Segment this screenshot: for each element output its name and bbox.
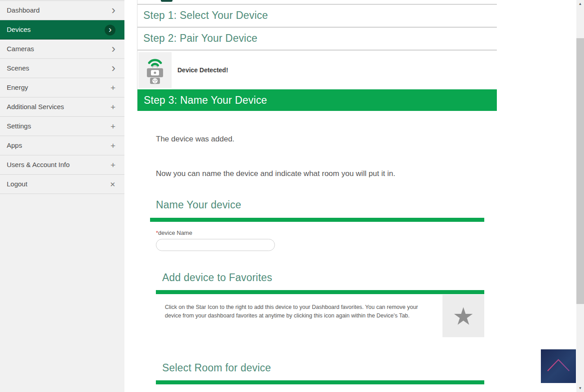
sidebar-item-users-account-info[interactable]: Users & Account Info + <box>0 155 124 175</box>
device-name-label: *device Name <box>156 229 497 236</box>
section-divider-bar <box>156 290 484 294</box>
wizard-steps-panel: Step 1: Select Your Device Step 2: Pair … <box>137 0 497 111</box>
clipped-text-fragment <box>161 0 173 2</box>
sidebar-item-additional-services[interactable]: Additional Services + <box>0 97 124 117</box>
sidebar-item-scenes[interactable]: Scenes › <box>0 59 124 78</box>
sidebar-item-label: Additional Services <box>7 103 64 110</box>
sidebar-item-logout[interactable]: Logout ✕ <box>0 175 124 194</box>
section-divider-bar <box>150 218 484 222</box>
chevron-right-icon: › <box>111 40 115 59</box>
room-section-title: Select Room for device <box>156 362 497 374</box>
sidebar-item-label: Devices <box>7 26 31 33</box>
plus-icon: + <box>111 97 115 117</box>
instruction-text: Now you can name the device and indicate… <box>156 169 497 178</box>
step1-header[interactable]: Step 1: Select Your Device <box>137 4 497 27</box>
sidebar-item-label: Energy <box>7 84 28 91</box>
clipped-heading-remnant <box>137 0 497 4</box>
favorites-description: Click on the Star Icon to the right to a… <box>156 294 428 337</box>
plus-icon: + <box>111 155 115 175</box>
name-section-title: Name Your device <box>156 199 497 211</box>
step2-header[interactable]: Step 2: Pair Your Device <box>137 27 497 50</box>
sidebar-nav: Dashboard › Devices › Cameras › Scenes ›… <box>0 0 124 194</box>
sidebar: Dashboard › Devices › Cameras › Scenes ›… <box>0 0 124 392</box>
sidebar-item-devices[interactable]: Devices › <box>0 20 124 40</box>
favorites-section-title: Add device to Favorites <box>156 272 497 284</box>
sidebar-item-label: Settings <box>7 122 31 130</box>
sidebar-item-energy[interactable]: Energy + <box>0 78 124 97</box>
sidebar-item-dashboard[interactable]: Dashboard › <box>0 1 124 20</box>
step3-header[interactable]: Step 3: Name Your Device <box>137 89 497 111</box>
chevron-right-circle-icon: › <box>105 20 115 40</box>
favorite-toggle-button[interactable]: ★ <box>442 295 484 337</box>
scrollbar-thumb[interactable] <box>576 38 584 304</box>
sidebar-item-label: Logout <box>7 180 27 188</box>
sidebar-item-cameras[interactable]: Cameras › <box>0 40 124 59</box>
close-icon: ✕ <box>110 175 115 194</box>
sidebar-item-label: Dashboard <box>7 6 40 14</box>
scroll-to-top-button[interactable] <box>541 349 576 383</box>
section-divider-bar <box>156 380 484 384</box>
device-name-input[interactable] <box>156 239 275 251</box>
main-content: Step 1: Select Your Device Step 2: Pair … <box>124 0 576 392</box>
chevron-right-icon: › <box>111 1 115 20</box>
scrollbar-up-icon[interactable]: ▲ <box>576 0 584 8</box>
device-added-text: The device was added. <box>156 135 497 144</box>
sidebar-item-label: Cameras <box>7 45 34 53</box>
app-window: Dashboard › Devices › Cameras › Scenes ›… <box>0 0 584 392</box>
device-detected-row: Device Detected! <box>137 50 497 88</box>
favorites-row: Click on the Star Icon to the right to a… <box>156 294 484 337</box>
device-detected-text: Device Detected! <box>177 66 228 74</box>
sidebar-item-settings[interactable]: Settings + <box>0 117 124 136</box>
sidebar-item-label: Scenes <box>7 64 29 72</box>
scrollbar-down-icon[interactable]: ▼ <box>576 384 584 392</box>
name-device-form: The device was added. Now you can name t… <box>137 135 497 392</box>
sidebar-item-label: Apps <box>7 141 22 149</box>
plus-icon: + <box>111 78 115 97</box>
plus-icon: + <box>111 117 115 136</box>
plus-icon: + <box>111 136 115 155</box>
sidebar-item-apps[interactable]: Apps + <box>0 136 124 155</box>
smart-plug-wifi-icon <box>138 52 172 88</box>
sidebar-item-label: Users & Account Info <box>7 161 70 168</box>
chevron-right-icon: › <box>111 59 115 78</box>
vertical-scrollbar[interactable]: ▲ ▼ <box>576 0 584 392</box>
star-icon: ★ <box>452 304 474 328</box>
